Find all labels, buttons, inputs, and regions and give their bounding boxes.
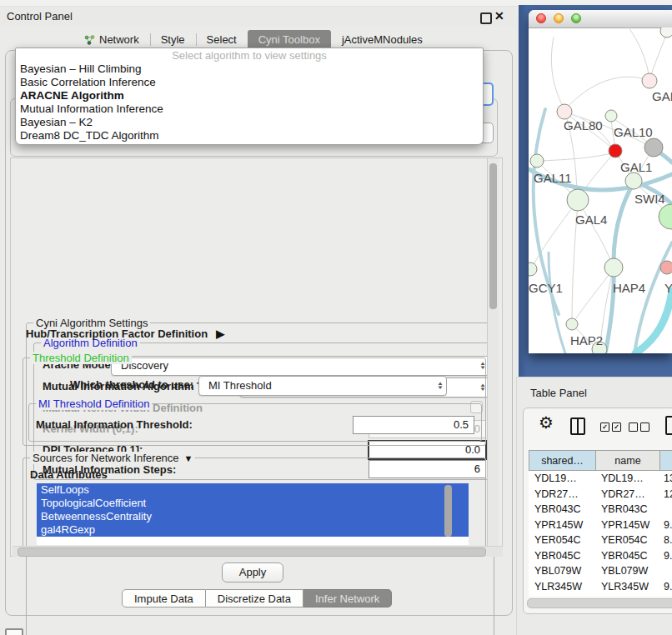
network-window-titlebar[interactable] (529, 10, 672, 28)
close-icon[interactable]: ✕ (494, 9, 504, 22)
tab-infer-network[interactable]: Infer Network (303, 589, 392, 608)
threshold-definition-group: Threshold Definition Which threshold to … (23, 358, 486, 446)
which-threshold-select[interactable]: MI Threshold ▲▼ (198, 376, 447, 396)
network-edge (649, 32, 667, 80)
cell-shared-name: YDR27… (529, 488, 595, 500)
network-graph[interactable]: GALGAL80GAL10GAL1GAL11SWI4GAL4GCY1HAP4YH… (529, 28, 672, 353)
table-body: YDL19…YDL19…13YDR27…YDR27…12YBR043CYBR04… (529, 471, 672, 597)
algorithm-option-bayesian-hill-climbing[interactable]: Bayesian – Hill Climbing (16, 62, 483, 76)
float-window-icon[interactable] (480, 12, 492, 24)
cell-name: YER054C (595, 534, 659, 546)
network-node[interactable] (557, 104, 572, 119)
table-row[interactable]: YDR27…YDR27…12 (529, 487, 672, 502)
cell-shared-name: YBR043C (529, 503, 595, 515)
cell-value: 13 (659, 472, 672, 484)
select-all-columns-icon[interactable]: ✓✓ (600, 422, 621, 432)
tab-jactivemnodules[interactable]: jActiveMNodules (331, 30, 434, 49)
tab-label: Style (161, 33, 185, 46)
network-node[interactable] (566, 318, 578, 330)
algorithm-option-bayesian-k2[interactable]: Bayesian – K2 (16, 116, 483, 129)
horizontal-scrollbar-thumb[interactable] (18, 548, 486, 557)
zoom-traffic-light-icon[interactable] (571, 13, 581, 23)
table-scrollbar-thumb[interactable] (527, 598, 672, 608)
network-node[interactable] (529, 262, 537, 276)
algorithm-option-mutual-information-inference[interactable]: Mutual Information Inference (16, 102, 483, 116)
tab-label: Cyni Toolbox (258, 33, 320, 46)
cell-value: 9 (659, 596, 672, 597)
apply-button[interactable]: Apply (222, 562, 283, 582)
settings-vertical-scrollbar[interactable] (487, 158, 499, 556)
hub-factor-expander[interactable]: Hub/Transcription Factor Definition▶ (26, 328, 224, 340)
table-row[interactable]: YBR045CYBR045C9. (529, 548, 672, 564)
table-row[interactable]: YIL052CYIL052C9 (529, 594, 672, 597)
minimize-traffic-light-icon[interactable] (554, 13, 564, 23)
table-row[interactable]: YDL19…YDL19…13 (529, 471, 672, 487)
network-node[interactable] (604, 258, 623, 277)
table-row[interactable]: YLR345WYLR345W9. (529, 579, 672, 595)
attributes-scrollbar[interactable] (444, 485, 452, 537)
network-node[interactable] (660, 28, 672, 38)
table-panel-title: Table Panel (530, 387, 587, 399)
network-canvas[interactable]: GALGAL80GAL10GAL1GAL11SWI4GAL4GCY1HAP4YH… (529, 28, 672, 353)
algorithm-option-dream8-dc-tdc-algorithm[interactable]: Dream8 DC_TDC Algorithm (16, 129, 483, 142)
column-header-a[interactable]: A (659, 450, 672, 471)
close-traffic-light-icon[interactable] (536, 13, 546, 23)
network-node[interactable] (625, 172, 642, 189)
tab-label: Network (99, 33, 139, 46)
algorithm-list: Bayesian – Hill ClimbingBasic Correlatio… (16, 62, 483, 142)
tab-network[interactable]: Network (73, 30, 150, 49)
collapsed-right-arrow-icon: ▶ (216, 328, 224, 340)
network-node[interactable] (609, 144, 622, 158)
settings-horizontal-scrollbar[interactable] (13, 546, 503, 557)
network-node[interactable] (605, 110, 617, 122)
attribute-item-betweennesscentrality[interactable]: BetweennessCentrality (37, 510, 469, 523)
algorithm-option-basic-correlation-inference[interactable]: Basic Correlation Inference (16, 76, 483, 89)
cell-shared-name: YBR045C (529, 550, 595, 562)
application-root: Control Panel ✕ NetworkStyleSelectCyni T… (0, 0, 672, 635)
cell-name: YIL052C (595, 596, 659, 597)
table-horizontal-scrollbar[interactable] (527, 598, 672, 608)
unselect-all-columns-icon[interactable] (629, 422, 649, 432)
split-view-icon[interactable] (570, 418, 585, 435)
table-row[interactable]: YBL079WYBL079W (529, 563, 672, 579)
tab-select[interactable]: Select (196, 30, 248, 49)
network-node[interactable] (642, 73, 657, 88)
network-node[interactable] (659, 204, 672, 229)
network-node[interactable] (567, 189, 589, 211)
export-table-icon[interactable] (665, 416, 672, 435)
table-row[interactable]: YBR043CYBR043C (529, 502, 672, 518)
gear-icon[interactable]: ⚙ (539, 412, 554, 432)
attribute-item-topologicalcoefficient[interactable]: TopologicalCoefficient (37, 497, 469, 510)
sources-group-title[interactable]: Sources for Network Inference▼ (30, 452, 195, 464)
cell-name: YBR045C (595, 550, 659, 562)
network-node-label: GCY1 (529, 281, 563, 295)
tab-cyni-toolbox[interactable]: Cyni Toolbox (248, 30, 331, 49)
mi-threshold-field[interactable]: 0.5 (353, 416, 474, 434)
cell-name: YDL19… (595, 472, 659, 484)
attribute-item-gal4rgexp[interactable]: gal4RGexp (37, 523, 469, 537)
cell-name: YBL079W (595, 565, 659, 577)
expanded-down-arrow-icon: ▼ (184, 453, 193, 463)
bottom-corner-icon[interactable] (5, 628, 23, 635)
cell-name: YPR145W (595, 519, 659, 531)
algorithm-option-aracne-algorithm[interactable]: ARACNE Algorithm (16, 89, 483, 102)
network-node[interactable] (644, 138, 663, 157)
tab-discretize-data[interactable]: Discretize Data (206, 589, 303, 608)
column-header-shared[interactable]: shared… (529, 450, 595, 471)
cell-shared-name: YDL19… (529, 472, 595, 484)
column-header-name[interactable]: name (595, 450, 659, 471)
network-edge (540, 152, 614, 161)
network-icon (84, 35, 95, 45)
attribute-item-selfloops[interactable]: SelfLoops (37, 483, 469, 497)
vertical-scrollbar-thumb[interactable] (489, 163, 497, 309)
table-row[interactable]: YER054CYER054C8. (529, 532, 672, 548)
network-node-label: GAL80 (564, 118, 603, 132)
tab-style[interactable]: Style (150, 30, 196, 49)
network-node[interactable] (660, 261, 672, 274)
tab-impute-data[interactable]: Impute Data (122, 589, 206, 608)
cell-value: 9. (659, 581, 672, 592)
table-row[interactable]: YPR145WYPR145W9. (529, 518, 672, 533)
data-attributes-list[interactable]: SelfLoopsTopologicalCoefficientBetweenne… (37, 483, 469, 545)
algorithm-dropdown-popup[interactable]: Select algorithm to view settings Bayesi… (15, 48, 484, 145)
network-node[interactable] (530, 154, 544, 168)
